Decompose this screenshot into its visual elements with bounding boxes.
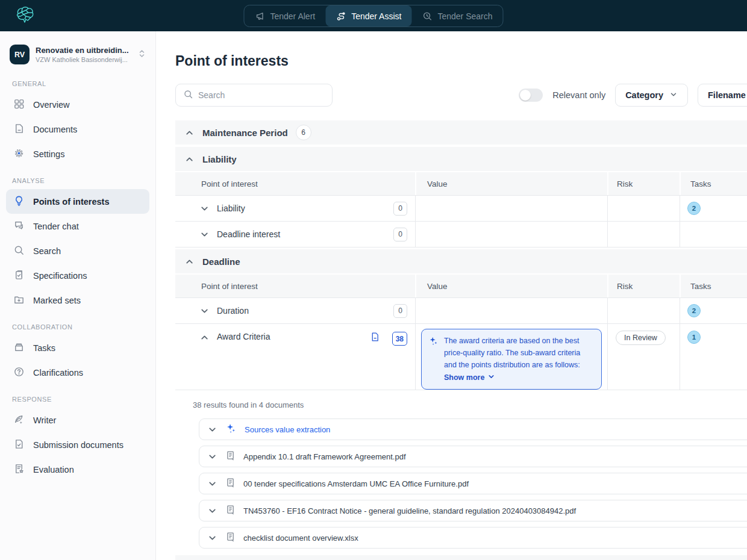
sidebar-section-collaboration: COLLABORATION: [12, 323, 149, 331]
mode-tab-group: Tender Alert Tender Assist Tender Search: [243, 5, 503, 27]
sidebar-item-tasks[interactable]: Tasks: [6, 335, 149, 360]
tasks-cell: 2: [680, 298, 747, 323]
sidebar-item-label: Specifications: [33, 271, 87, 281]
sidebar-item-overview[interactable]: Overview: [6, 92, 149, 117]
sidebar-item-documents[interactable]: Documents: [6, 117, 149, 142]
result-count-box: 0: [393, 202, 407, 216]
value-cell: The award criteria are based on the best…: [415, 324, 607, 390]
sidebar-item-label: Search: [33, 246, 61, 256]
chevron-up-icon[interactable]: [184, 154, 195, 164]
result-card-document[interactable]: Appendix 10.1 draft Framework Agreement.…: [199, 446, 747, 467]
group-title: Liability: [202, 154, 237, 164]
document-blue-icon[interactable]: [370, 332, 380, 342]
sidebar-item-label: Marked sets: [33, 296, 81, 305]
ai-value-box[interactable]: The award criteria are based on the best…: [421, 329, 602, 390]
col-value: Value: [415, 275, 607, 297]
search-icon: [13, 244, 25, 258]
show-more-button[interactable]: Show more: [444, 373, 594, 382]
chevron-up-icon[interactable]: [199, 332, 210, 343]
tasks-cell: 1: [680, 324, 747, 390]
search-input[interactable]: [198, 90, 325, 100]
sidebar-item-settings[interactable]: Settings: [6, 142, 149, 166]
value-cell: [415, 196, 607, 221]
result-card-label: Sources value extraction: [245, 425, 330, 434]
lightbulb-icon: [13, 195, 25, 208]
table-header: Point of interest Value Risk Tasks: [175, 172, 747, 196]
project-avatar: RV: [10, 45, 30, 64]
sidebar-item-writer[interactable]: Writer: [6, 408, 149, 432]
sidebar-item-search[interactable]: Search: [6, 238, 149, 263]
chevron-down-icon[interactable]: [207, 532, 217, 543]
file-check-icon: [13, 438, 25, 452]
chevron-down-icon[interactable]: [207, 505, 217, 516]
chevron-down-icon[interactable]: [207, 424, 217, 435]
sidebar-item-label: Settings: [33, 149, 64, 159]
risk-status-badge[interactable]: In Review: [616, 331, 666, 345]
group-header-liability[interactable]: Liability: [175, 147, 747, 171]
sidebar-item-points-of-interests[interactable]: Points of interests: [6, 189, 149, 214]
chevron-down-icon[interactable]: [207, 451, 217, 462]
result-count-box: 0: [393, 228, 407, 241]
table-row[interactable]: Deadline interest 0: [175, 222, 747, 247]
risk-cell: [607, 298, 680, 323]
table-row[interactable]: Liability 0 2: [175, 196, 747, 222]
next-section-bar[interactable]: [175, 555, 747, 560]
task-count-badge[interactable]: 2: [687, 202, 701, 215]
sidebar-item-clarifications[interactable]: Clarifications: [6, 360, 149, 385]
filename-dropdown[interactable]: Filename: [698, 84, 747, 107]
poi-name: Liability: [217, 204, 245, 213]
sidebar-item-label: Writer: [33, 415, 56, 425]
result-card-label: 00 tender specifications Amsterdam UMC E…: [243, 479, 469, 488]
chevron-up-icon[interactable]: [184, 127, 195, 138]
tasks-cell: 2: [680, 196, 747, 221]
task-count-badge[interactable]: 1: [687, 331, 701, 344]
unfold-icon: [138, 49, 146, 61]
search-icon: [183, 89, 193, 102]
sidebar-item-label: Tasks: [33, 343, 55, 353]
sidebar-item-label: Points of interests: [33, 197, 110, 207]
ai-value-text: The award criteria are based on the best…: [444, 335, 594, 371]
col-risk: Risk: [607, 275, 680, 297]
task-count-badge[interactable]: 2: [687, 304, 701, 317]
col-value: Value: [415, 172, 607, 195]
sidebar-item-evaluation[interactable]: Evaluation: [6, 457, 149, 482]
search-box[interactable]: [175, 84, 333, 107]
chevron-down-icon[interactable]: [199, 203, 210, 214]
chevron-down-icon[interactable]: [199, 305, 210, 316]
table-row[interactable]: Duration 0 2: [175, 298, 747, 324]
file-star-icon: [13, 463, 25, 476]
project-selector[interactable]: RV Renovatie en uitbreidin... VZW Kathol…: [6, 45, 149, 64]
sidebar-item-marked-sets[interactable]: Marked sets: [6, 288, 149, 313]
section-header-maintenance-period[interactable]: Maintenance Period 6: [175, 120, 747, 145]
sidebar-item-submission-documents[interactable]: Submission documents: [6, 432, 149, 457]
sidebar-item-label: Overview: [33, 100, 69, 110]
relevant-only-toggle[interactable]: [519, 89, 543, 102]
chevron-up-icon[interactable]: [184, 256, 195, 267]
tab-tender-alert[interactable]: Tender Alert: [244, 5, 325, 26]
result-card-document[interactable]: TN453760 - EF16 Contract Notice - genera…: [199, 500, 747, 521]
group-header-deadline[interactable]: Deadline: [175, 249, 747, 273]
megaphone-icon: [254, 11, 265, 22]
poi-name: Deadline interest: [217, 229, 280, 239]
result-card-sources-value-extraction[interactable]: Sources value extraction: [199, 418, 747, 440]
sidebar-item-specifications[interactable]: Specifications: [6, 263, 149, 288]
result-card-label: checklist document overview.xlsx: [243, 534, 358, 543]
result-card-document[interactable]: checklist document overview.xlsx: [199, 527, 747, 549]
tasks-cell: [680, 222, 747, 247]
category-dropdown[interactable]: Category: [615, 84, 688, 107]
ai-sparkle-icon: [225, 423, 237, 437]
chevron-down-icon[interactable]: [207, 478, 217, 489]
sidebar-item-label: Submission documents: [33, 440, 123, 450]
relevant-only-label: Relevant only: [552, 90, 605, 100]
section-count-badge: 6: [296, 125, 311, 140]
chevron-down-icon[interactable]: [199, 229, 210, 240]
document-lines-icon: [225, 505, 236, 517]
col-risk: Risk: [607, 172, 680, 195]
tab-tender-search[interactable]: Tender Search: [411, 5, 502, 26]
table-row-award-criteria[interactable]: Award Criteria 38: [175, 324, 747, 390]
result-card-document[interactable]: 00 tender specifications Amsterdam UMC E…: [199, 473, 747, 494]
category-label: Category: [625, 90, 663, 100]
risk-cell: [607, 222, 680, 247]
sidebar-item-tender-chat[interactable]: Tender chat: [6, 214, 149, 238]
tab-tender-assist[interactable]: Tender Assist: [325, 5, 411, 26]
